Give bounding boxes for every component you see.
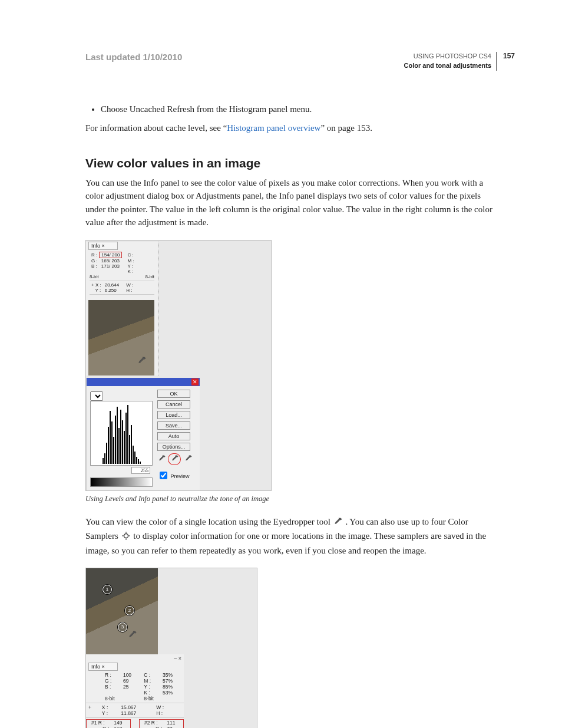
color-sampler-marker: 1 [103,585,112,594]
histogram [90,401,153,466]
bullet-item: Choose Uncached Refresh from the Histogr… [101,103,497,116]
last-updated: Last updated 1/10/2010 [85,52,182,62]
eyedropper-gray-icon [171,455,178,462]
figure-levels-info: Info × R :154/ 200C : G :165/ 203M : B :… [85,240,497,503]
body-paragraph: You can use the Info panel to see the co… [85,176,497,229]
eyedropper-icon [128,631,137,639]
eyedropper-black-icon[interactable] [158,455,166,462]
color-sampler-marker: 2 [125,606,134,615]
section-title: Color and tonal adjustments [404,61,491,71]
eyedropper-icon [334,516,342,530]
eyedropper-gray-selected[interactable] [168,453,181,465]
figure-color-samplers: 1 2 3 – × Info × R :100C :35% G :69M :57… [85,568,497,728]
dialog-titlebar: ✕ [87,378,200,386]
chapter-title: USING PHOTOSHOP CS4 [404,52,491,61]
running-header: USING PHOTOSHOP CS4 Color and tonal adju… [404,52,497,71]
color-sampler-marker: 3 [118,622,127,632]
link-histogram-overview[interactable]: Histogram panel overview [227,123,320,133]
figure-caption: Using Levels and Info panel to neutraliz… [85,495,497,503]
levels-input-highlight[interactable]: 255 [131,467,150,474]
preview-checkbox[interactable]: Preview [157,470,196,481]
cancel-button[interactable]: Cancel [157,400,190,409]
close-icon[interactable]: ✕ [191,378,199,386]
sample-photo: 1 2 3 [86,568,158,654]
panel-controls[interactable]: – × [86,655,184,661]
info-panel-tab: Info × [88,663,118,671]
eyedropper-white-icon[interactable] [185,455,192,462]
target-icon [122,531,130,544]
ok-button[interactable]: OK [157,390,190,398]
eyedropper-icon [138,357,146,365]
body-paragraph: You can view the color of a single locat… [85,515,497,558]
page-number: 157 [503,52,515,60]
channel-select[interactable] [90,391,103,401]
heading-view-color-values: View color values in an image [85,156,497,170]
options-button[interactable]: Options... [157,443,190,451]
body-paragraph: For information about cache level, see “… [85,121,497,135]
info-panel-tab: Info × [88,242,118,250]
load-button[interactable]: Load... [157,411,190,419]
sample-photo [88,300,154,375]
save-button[interactable]: Save... [157,421,190,430]
auto-button[interactable]: Auto [157,432,190,440]
